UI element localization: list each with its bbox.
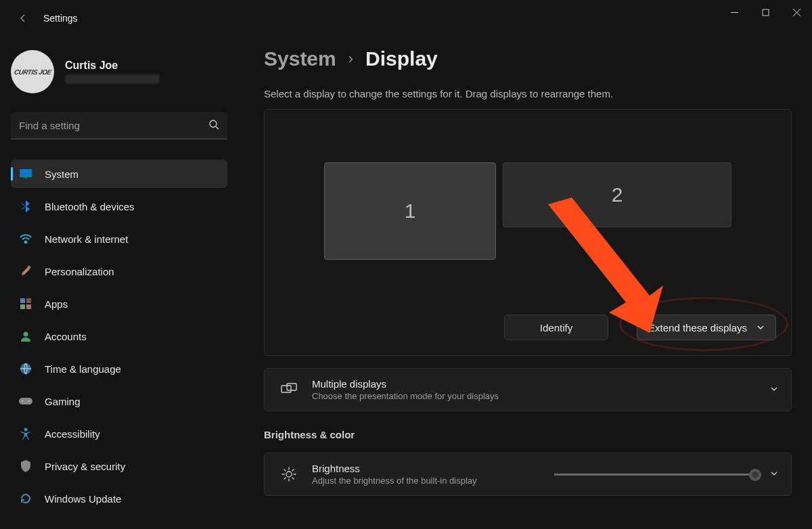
sidebar-item-privacy[interactable]: Privacy & security — [11, 452, 227, 480]
sidebar-item-network[interactable]: Network & internet — [11, 225, 227, 253]
nav-list: System Bluetooth & devices Network & int… — [11, 160, 241, 517]
wifi-icon — [19, 232, 32, 246]
back-button[interactable] — [9, 5, 37, 32]
sidebar-item-label: Privacy & security — [45, 461, 125, 472]
svg-rect-21 — [287, 384, 296, 390]
sidebar-item-time-language[interactable]: Time & language — [11, 354, 227, 383]
multiple-displays-card[interactable]: Multiple displays Choose the presentatio… — [264, 368, 792, 411]
profile-block[interactable]: CURTIS JOE Curtis Joe — [11, 50, 241, 93]
breadcrumb-parent[interactable]: System — [264, 47, 336, 70]
displays-arrangement[interactable]: 1 2 Identify Extend these displays — [264, 109, 792, 356]
svg-point-14 — [24, 332, 28, 337]
svg-point-4 — [210, 120, 217, 127]
sidebar-item-gaming[interactable]: Gaming — [11, 387, 227, 415]
display-hint-text: Select a display to change the settings … — [264, 88, 793, 99]
globe-icon — [19, 362, 32, 375]
svg-rect-12 — [20, 304, 25, 309]
svg-line-30 — [284, 478, 286, 479]
user-email-redacted — [65, 74, 160, 84]
display-icon — [19, 167, 32, 181]
breadcrumb: System › Display — [264, 47, 793, 70]
sidebar-item-apps[interactable]: Apps — [11, 290, 227, 318]
svg-line-28 — [292, 478, 294, 479]
display-1[interactable]: 1 — [324, 162, 496, 260]
chevron-down-icon — [769, 384, 779, 396]
user-name: Curtis Joe — [65, 60, 160, 72]
display-mode-dropdown[interactable]: Extend these displays — [637, 315, 776, 340]
svg-line-5 — [216, 127, 219, 129]
maximize-button[interactable] — [750, 0, 781, 24]
card-subtitle: Choose the presentation mode for your di… — [312, 391, 769, 401]
close-button[interactable] — [781, 0, 812, 24]
search-input[interactable] — [19, 120, 208, 131]
chevron-down-icon — [769, 469, 779, 480]
svg-point-8 — [25, 242, 27, 244]
apps-icon — [19, 297, 32, 310]
sidebar-item-label: System — [45, 168, 78, 180]
svg-line-29 — [292, 469, 294, 471]
svg-point-22 — [286, 472, 292, 477]
card-title: Brightness — [312, 463, 554, 474]
breadcrumb-current: Display — [365, 47, 438, 70]
bluetooth-icon — [19, 200, 32, 213]
title-bar: Settings — [0, 0, 812, 37]
multiple-displays-icon — [277, 383, 301, 396]
update-icon — [19, 492, 32, 505]
gamepad-icon — [19, 394, 32, 408]
sidebar-item-system[interactable]: System — [11, 160, 227, 188]
search-icon — [208, 119, 219, 132]
brightness-icon — [277, 467, 301, 482]
accessibility-icon — [19, 427, 32, 440]
svg-rect-16 — [19, 398, 32, 405]
chevron-down-icon — [757, 322, 765, 334]
svg-point-19 — [24, 428, 28, 432]
sidebar-item-personalization[interactable]: Personalization — [11, 257, 227, 285]
brightness-card[interactable]: Brightness Adjust the brightness of the … — [264, 453, 792, 496]
sidebar-item-label: Gaming — [45, 396, 81, 407]
sidebar-item-label: Network & internet — [45, 233, 128, 245]
avatar: CURTIS JOE — [11, 50, 54, 93]
app-title: Settings — [43, 13, 78, 24]
svg-rect-11 — [26, 298, 31, 303]
brush-icon — [19, 264, 32, 278]
minimize-button[interactable] — [719, 0, 750, 24]
sidebar-item-label: Time & language — [45, 363, 121, 375]
sidebar-item-accounts[interactable]: Accounts — [11, 322, 227, 350]
sidebar-item-label: Accounts — [45, 331, 87, 342]
sidebar-item-label: Bluetooth & devices — [45, 201, 135, 212]
card-title: Multiple displays — [312, 378, 769, 390]
svg-line-27 — [284, 469, 286, 471]
sidebar-item-label: Personalization — [45, 266, 114, 277]
svg-point-18 — [28, 400, 30, 402]
brightness-slider[interactable] — [554, 474, 757, 476]
sidebar-item-label: Accessibility — [45, 428, 100, 440]
svg-rect-10 — [20, 298, 25, 303]
svg-rect-13 — [26, 304, 31, 309]
chevron-right-icon: › — [348, 50, 353, 68]
sidebar: CURTIS JOE Curtis Joe System Bluetooth &… — [11, 47, 241, 529]
brightness-section-label: Brightness & color — [264, 429, 793, 440]
svg-point-17 — [22, 400, 23, 402]
display-2[interactable]: 2 — [503, 162, 731, 227]
svg-rect-1 — [763, 9, 769, 16]
main-content: System › Display Select a display to cha… — [264, 47, 793, 529]
search-box[interactable] — [11, 112, 227, 139]
sidebar-item-label: Windows Update — [45, 493, 121, 505]
sidebar-item-accessibility[interactable]: Accessibility — [11, 419, 227, 448]
sidebar-item-bluetooth[interactable]: Bluetooth & devices — [11, 192, 227, 221]
card-subtitle: Adjust the brightness of the built-in di… — [312, 476, 554, 486]
svg-rect-20 — [281, 386, 291, 392]
svg-rect-7 — [24, 177, 28, 179]
svg-rect-6 — [20, 169, 32, 177]
shield-icon — [19, 459, 32, 473]
identify-button[interactable]: Identify — [504, 315, 608, 340]
person-icon — [19, 329, 32, 343]
sidebar-item-label: Apps — [45, 298, 68, 310]
sidebar-item-windows-update[interactable]: Windows Update — [11, 484, 227, 513]
